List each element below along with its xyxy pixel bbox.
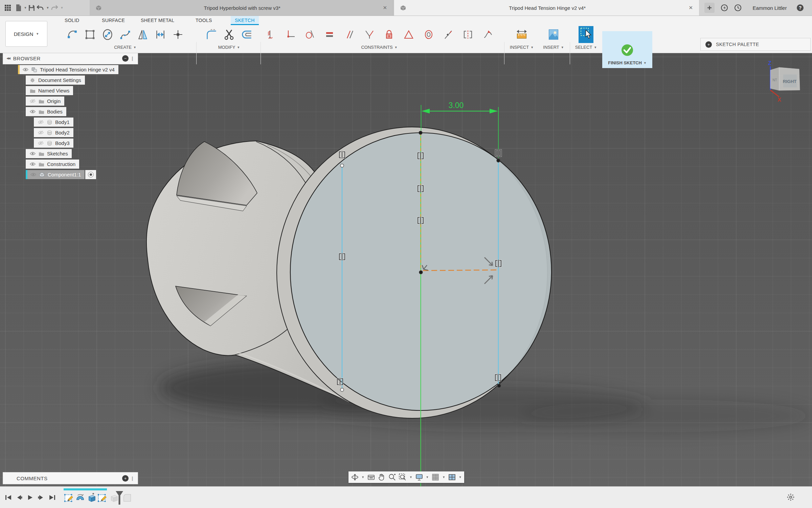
tangent-icon[interactable]	[302, 26, 318, 43]
expand-node-icon[interactable]: ▷	[18, 151, 20, 155]
constraints-group-dropdown[interactable]: CONSTRAINTS▼	[263, 45, 496, 50]
collapse-panel-icon[interactable]: ◀◀	[6, 57, 10, 60]
measure-icon[interactable]	[514, 26, 530, 43]
expand-node-icon[interactable]: ▷	[18, 161, 20, 166]
browser-item[interactable]: Named Views	[26, 86, 73, 95]
ribbon-tab-surface[interactable]: SURFACE	[98, 16, 129, 25]
collapse-node-icon[interactable]: ◢	[18, 109, 20, 113]
sketch-point[interactable]	[419, 131, 422, 134]
sketch-dimension-icon[interactable]	[152, 26, 168, 43]
browser-item[interactable]: Sketches	[26, 149, 72, 158]
visibility-eye-off-icon[interactable]	[29, 99, 36, 103]
viewports-dropdown-caret[interactable]: ▼	[458, 473, 462, 482]
document-tab-1[interactable]: Tripod Hyperboloid with screw v3* ✕	[90, 0, 393, 16]
point-icon[interactable]	[170, 26, 186, 43]
user-name[interactable]: Eammon Littler	[749, 0, 790, 16]
look-at-icon[interactable]	[367, 473, 376, 482]
sketch-point[interactable]	[340, 388, 344, 391]
notifications-clock-icon[interactable]	[734, 3, 742, 12]
visibility-eye-icon[interactable]	[30, 172, 36, 177]
sketch-palette-panel[interactable]: + SKETCH PALETTE	[700, 38, 811, 51]
visibility-eye-off-icon[interactable]	[38, 141, 44, 145]
visibility-eye-off-icon[interactable]	[38, 120, 44, 124]
grid-dropdown-caret[interactable]: ▼	[442, 473, 446, 482]
close-icon[interactable]: ✕	[689, 5, 693, 11]
zoom-dropdown-caret[interactable]: ▼	[409, 473, 413, 482]
browser-item[interactable]: Component1:1	[26, 170, 85, 179]
comments-panel-header[interactable]: COMMENTS + ❙	[3, 472, 138, 484]
browser-item[interactable]: Document Settings	[26, 76, 85, 85]
visibility-eye-icon[interactable]	[29, 109, 36, 114]
browser-item[interactable]: Body2	[34, 128, 73, 137]
timeline-step-forward-button[interactable]	[36, 493, 46, 502]
save-icon[interactable]	[27, 3, 36, 12]
select-icon[interactable]	[578, 26, 594, 43]
midpoint-icon[interactable]	[401, 26, 417, 43]
sketch-point[interactable]	[340, 164, 344, 167]
app-grid-icon[interactable]	[3, 3, 12, 12]
sketch-point[interactable]	[497, 159, 500, 162]
minimize-icon[interactable]: −	[122, 55, 129, 62]
timeline-sketch-feature[interactable]	[97, 492, 108, 504]
mirror-icon[interactable]	[135, 26, 151, 43]
concentric-icon[interactable]	[421, 26, 437, 43]
timeline-revolve-feature[interactable]	[75, 492, 86, 504]
orbit-icon[interactable]	[351, 473, 359, 482]
add-comment-icon[interactable]: +	[122, 475, 129, 482]
display-settings-icon[interactable]	[415, 473, 423, 482]
document-tab-2[interactable]: Tripod Head Tension Hinge v2 v4* ✕	[394, 0, 699, 16]
ribbon-tab-tools[interactable]: TOOLS	[191, 16, 216, 25]
ribbon-tab-solid[interactable]: SOLID	[61, 16, 84, 25]
timeline-suppressed-fillet-feature[interactable]	[122, 492, 133, 504]
collinear-icon[interactable]	[440, 26, 456, 43]
sketch-point[interactable]	[419, 271, 423, 274]
visibility-eye-off-icon[interactable]	[38, 130, 44, 135]
timeline-play-button[interactable]	[25, 493, 35, 502]
zoom-icon[interactable]	[388, 473, 397, 482]
redo-dropdown-caret[interactable]: ▼	[58, 3, 66, 12]
coincident-icon[interactable]	[263, 26, 279, 43]
perpendicular-icon[interactable]	[361, 26, 378, 43]
timeline-sketch-feature[interactable]	[64, 492, 74, 504]
pan-icon[interactable]	[378, 473, 386, 482]
browser-item[interactable]: Bodies	[26, 107, 66, 116]
rectangle-icon[interactable]	[82, 26, 98, 43]
display-dropdown-caret[interactable]: ▼	[425, 473, 429, 482]
zoom-window-icon[interactable]	[399, 473, 407, 482]
horizontal-vertical-icon[interactable]	[282, 26, 298, 43]
arc-icon[interactable]	[64, 26, 81, 43]
symmetry-icon[interactable]	[460, 26, 476, 43]
visibility-eye-icon[interactable]	[29, 162, 36, 166]
timeline-go-to-start-button[interactable]	[4, 493, 13, 502]
expand-node-icon[interactable]: ▷	[18, 98, 20, 103]
activate-component-radio[interactable]	[85, 170, 96, 179]
expand-node-icon[interactable]: ▷	[18, 172, 20, 176]
circle-icon[interactable]	[99, 26, 116, 43]
equal-icon[interactable]	[322, 26, 338, 43]
design-workspace-dropdown[interactable]: DESIGN▼	[5, 21, 47, 47]
browser-item[interactable]: Construction	[26, 160, 79, 169]
browser-item[interactable]: Tripod Head Tension Hinge v2 v4	[18, 65, 118, 74]
fix-icon[interactable]	[381, 26, 397, 43]
select-group-dropdown[interactable]: SELECT▼	[572, 45, 600, 50]
browser-item[interactable]: Body3	[34, 139, 73, 148]
timeline-extrude-feature[interactable]	[86, 492, 97, 504]
ribbon-tab-sheet-metal[interactable]: SHEET METAL	[137, 16, 178, 25]
sketch-point[interactable]	[497, 384, 501, 387]
ribbon-tab-sketch[interactable]: SKETCH	[231, 16, 259, 25]
modify-group-dropdown[interactable]: MODIFY▼	[199, 45, 259, 50]
curvature-icon[interactable]	[480, 26, 496, 43]
insert-group-dropdown[interactable]: INSERT▼	[539, 45, 568, 50]
inspect-group-dropdown[interactable]: INSPECT▼	[507, 45, 537, 50]
expand-plus-icon[interactable]: +	[705, 41, 712, 48]
collapse-node-icon[interactable]: ◢	[8, 67, 11, 71]
spline-icon[interactable]	[117, 26, 133, 43]
orbit-dropdown-caret[interactable]: ▼	[361, 473, 365, 482]
fillet-icon[interactable]	[203, 26, 220, 43]
timeline-settings-gear-icon[interactable]	[786, 493, 795, 503]
trim-icon[interactable]	[221, 26, 237, 43]
timeline-step-back-button[interactable]	[15, 493, 24, 502]
expand-node-icon[interactable]: ▷	[18, 77, 20, 82]
browser-panel-header[interactable]: ◀◀ BROWSER − ❙	[3, 52, 138, 64]
close-icon[interactable]: ✕	[383, 5, 387, 11]
